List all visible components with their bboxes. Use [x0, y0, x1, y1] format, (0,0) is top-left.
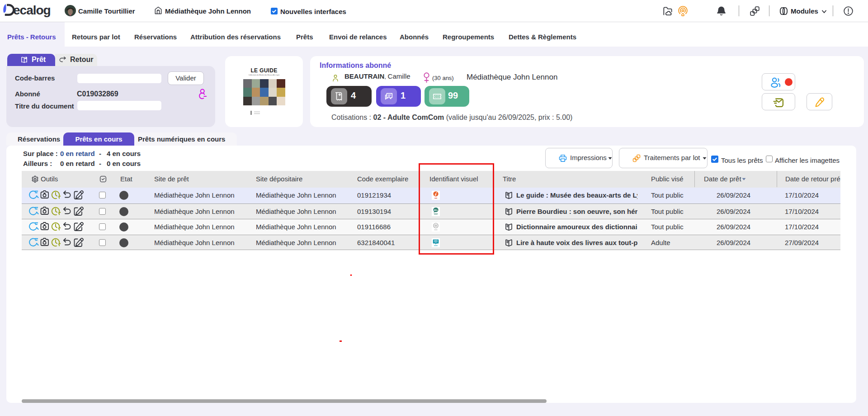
svg-text:ecalog: ecalog — [13, 3, 51, 17]
